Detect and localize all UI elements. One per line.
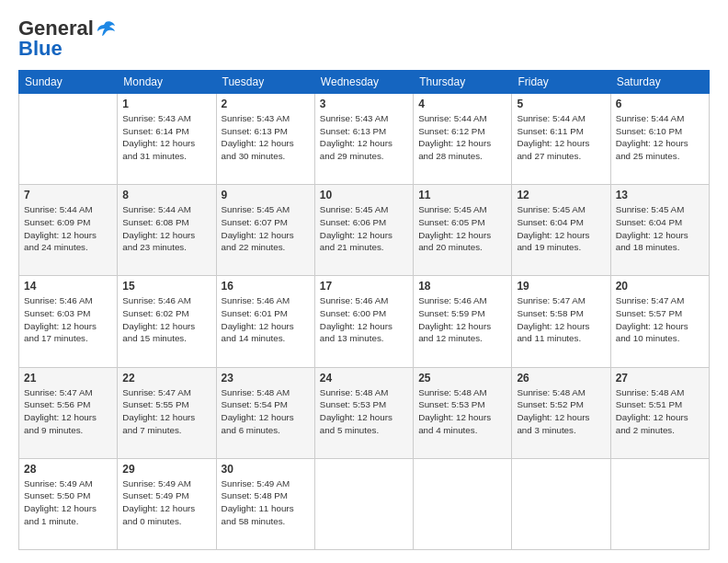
day-info: Sunrise: 5:45 AM Sunset: 6:04 PM Dayligh…: [517, 203, 605, 254]
calendar-cell: 28Sunrise: 5:49 AM Sunset: 5:50 PM Dayli…: [19, 458, 118, 549]
day-number: 25: [418, 372, 506, 385]
calendar-cell: 19Sunrise: 5:47 AM Sunset: 5:58 PM Dayli…: [512, 276, 610, 367]
weekday-header-row: SundayMondayTuesdayWednesdayThursdayFrid…: [19, 71, 710, 94]
day-info: Sunrise: 5:48 AM Sunset: 5:54 PM Dayligh…: [222, 386, 310, 437]
day-number: 14: [24, 280, 112, 293]
day-number: 2: [222, 98, 310, 110]
day-info: Sunrise: 5:47 AM Sunset: 5:56 PM Dayligh…: [24, 386, 112, 437]
day-number: 24: [320, 372, 408, 385]
day-number: 18: [418, 280, 506, 293]
day-number: 23: [222, 372, 310, 385]
day-info: Sunrise: 5:47 AM Sunset: 5:57 PM Dayligh…: [616, 294, 704, 345]
calendar-cell: [314, 458, 413, 549]
day-number: 19: [517, 280, 605, 293]
calendar-cell: 2Sunrise: 5:43 AM Sunset: 6:13 PM Daylig…: [216, 94, 314, 185]
calendar-cell: 5Sunrise: 5:44 AM Sunset: 6:11 PM Daylig…: [512, 94, 610, 185]
calendar-cell: [414, 458, 512, 549]
weekday-header-tuesday: Tuesday: [216, 71, 314, 94]
weekday-header-wednesday: Wednesday: [314, 71, 413, 94]
calendar-cell: 21Sunrise: 5:47 AM Sunset: 5:56 PM Dayli…: [19, 367, 118, 458]
header: General Blue: [18, 17, 710, 61]
day-info: Sunrise: 5:43 AM Sunset: 6:14 PM Dayligh…: [122, 112, 210, 163]
calendar-week-row: 21Sunrise: 5:47 AM Sunset: 5:56 PM Dayli…: [19, 367, 710, 458]
day-number: 29: [122, 463, 210, 476]
weekday-header-saturday: Saturday: [610, 71, 709, 94]
day-info: Sunrise: 5:44 AM Sunset: 6:09 PM Dayligh…: [24, 203, 112, 254]
day-info: Sunrise: 5:44 AM Sunset: 6:08 PM Dayligh…: [122, 203, 210, 254]
day-info: Sunrise: 5:49 AM Sunset: 5:50 PM Dayligh…: [24, 477, 112, 528]
calendar-cell: 27Sunrise: 5:48 AM Sunset: 5:51 PM Dayli…: [610, 367, 709, 458]
day-info: Sunrise: 5:44 AM Sunset: 6:11 PM Dayligh…: [517, 112, 605, 163]
day-info: Sunrise: 5:48 AM Sunset: 5:53 PM Dayligh…: [320, 386, 408, 437]
day-number: 30: [222, 463, 310, 476]
day-number: 20: [616, 280, 704, 293]
calendar-cell: 9Sunrise: 5:45 AM Sunset: 6:07 PM Daylig…: [216, 185, 314, 276]
day-info: Sunrise: 5:44 AM Sunset: 6:12 PM Dayligh…: [418, 112, 506, 163]
calendar-cell: 3Sunrise: 5:43 AM Sunset: 6:13 PM Daylig…: [314, 94, 413, 185]
calendar-cell: 7Sunrise: 5:44 AM Sunset: 6:09 PM Daylig…: [19, 185, 118, 276]
logo-bird-icon: [96, 20, 116, 37]
day-info: Sunrise: 5:49 AM Sunset: 5:49 PM Dayligh…: [122, 477, 210, 528]
calendar-week-row: 14Sunrise: 5:46 AM Sunset: 6:03 PM Dayli…: [19, 276, 710, 367]
day-info: Sunrise: 5:46 AM Sunset: 6:02 PM Dayligh…: [122, 294, 210, 345]
day-number: 3: [320, 98, 408, 110]
day-number: 1: [122, 98, 210, 110]
calendar-week-row: 28Sunrise: 5:49 AM Sunset: 5:50 PM Dayli…: [19, 458, 710, 549]
day-info: Sunrise: 5:48 AM Sunset: 5:53 PM Dayligh…: [418, 386, 506, 437]
calendar-cell: 30Sunrise: 5:49 AM Sunset: 5:48 PM Dayli…: [216, 458, 314, 549]
logo: General Blue: [18, 17, 116, 61]
calendar-cell: 11Sunrise: 5:45 AM Sunset: 6:05 PM Dayli…: [414, 185, 512, 276]
logo-blue-text: Blue: [18, 37, 63, 61]
calendar-cell: 24Sunrise: 5:48 AM Sunset: 5:53 PM Dayli…: [314, 367, 413, 458]
calendar-cell: 25Sunrise: 5:48 AM Sunset: 5:53 PM Dayli…: [414, 367, 512, 458]
day-info: Sunrise: 5:45 AM Sunset: 6:04 PM Dayligh…: [616, 203, 704, 254]
calendar-cell: 4Sunrise: 5:44 AM Sunset: 6:12 PM Daylig…: [414, 94, 512, 185]
day-info: Sunrise: 5:43 AM Sunset: 6:13 PM Dayligh…: [320, 112, 408, 163]
calendar-cell: 17Sunrise: 5:46 AM Sunset: 6:00 PM Dayli…: [314, 276, 413, 367]
calendar-cell: 18Sunrise: 5:46 AM Sunset: 5:59 PM Dayli…: [414, 276, 512, 367]
day-number: 21: [24, 372, 112, 385]
calendar-cell: 8Sunrise: 5:44 AM Sunset: 6:08 PM Daylig…: [118, 185, 216, 276]
day-number: 26: [517, 372, 605, 385]
day-info: Sunrise: 5:46 AM Sunset: 6:01 PM Dayligh…: [222, 294, 310, 345]
calendar-week-row: 1Sunrise: 5:43 AM Sunset: 6:14 PM Daylig…: [19, 94, 710, 185]
calendar-cell: 29Sunrise: 5:49 AM Sunset: 5:49 PM Dayli…: [118, 458, 216, 549]
day-number: 12: [517, 189, 605, 201]
day-info: Sunrise: 5:47 AM Sunset: 5:58 PM Dayligh…: [517, 294, 605, 345]
weekday-header-sunday: Sunday: [19, 71, 118, 94]
day-info: Sunrise: 5:46 AM Sunset: 6:03 PM Dayligh…: [24, 294, 112, 345]
day-number: 17: [320, 280, 408, 293]
calendar-cell: [19, 94, 118, 185]
day-info: Sunrise: 5:45 AM Sunset: 6:07 PM Dayligh…: [222, 203, 310, 254]
day-number: 28: [24, 463, 112, 476]
calendar-cell: 15Sunrise: 5:46 AM Sunset: 6:02 PM Dayli…: [118, 276, 216, 367]
day-info: Sunrise: 5:45 AM Sunset: 6:06 PM Dayligh…: [320, 203, 408, 254]
day-number: 8: [122, 189, 210, 201]
calendar-cell: 14Sunrise: 5:46 AM Sunset: 6:03 PM Dayli…: [19, 276, 118, 367]
weekday-header-monday: Monday: [118, 71, 216, 94]
calendar-cell: 23Sunrise: 5:48 AM Sunset: 5:54 PM Dayli…: [216, 367, 314, 458]
day-info: Sunrise: 5:48 AM Sunset: 5:52 PM Dayligh…: [517, 386, 605, 437]
day-info: Sunrise: 5:48 AM Sunset: 5:51 PM Dayligh…: [616, 386, 704, 437]
day-number: 22: [122, 372, 210, 385]
calendar-week-row: 7Sunrise: 5:44 AM Sunset: 6:09 PM Daylig…: [19, 185, 710, 276]
day-number: 9: [222, 189, 310, 201]
day-info: Sunrise: 5:49 AM Sunset: 5:48 PM Dayligh…: [222, 477, 310, 528]
calendar-cell: 10Sunrise: 5:45 AM Sunset: 6:06 PM Dayli…: [314, 185, 413, 276]
day-info: Sunrise: 5:45 AM Sunset: 6:05 PM Dayligh…: [418, 203, 506, 254]
day-info: Sunrise: 5:46 AM Sunset: 5:59 PM Dayligh…: [418, 294, 506, 345]
calendar-table: SundayMondayTuesdayWednesdayThursdayFrid…: [18, 70, 710, 550]
calendar-cell: 13Sunrise: 5:45 AM Sunset: 6:04 PM Dayli…: [610, 185, 709, 276]
calendar-cell: [512, 458, 610, 549]
day-number: 6: [616, 98, 704, 110]
calendar-cell: [610, 458, 709, 549]
day-number: 15: [122, 280, 210, 293]
day-info: Sunrise: 5:44 AM Sunset: 6:10 PM Dayligh…: [616, 112, 704, 163]
day-info: Sunrise: 5:47 AM Sunset: 5:55 PM Dayligh…: [122, 386, 210, 437]
weekday-header-friday: Friday: [512, 71, 610, 94]
day-info: Sunrise: 5:46 AM Sunset: 6:00 PM Dayligh…: [320, 294, 408, 345]
calendar-cell: 6Sunrise: 5:44 AM Sunset: 6:10 PM Daylig…: [610, 94, 709, 185]
day-number: 27: [616, 372, 704, 385]
day-number: 5: [517, 98, 605, 110]
page: General Blue SundayMondayTuesdayWednesda…: [0, 0, 728, 563]
